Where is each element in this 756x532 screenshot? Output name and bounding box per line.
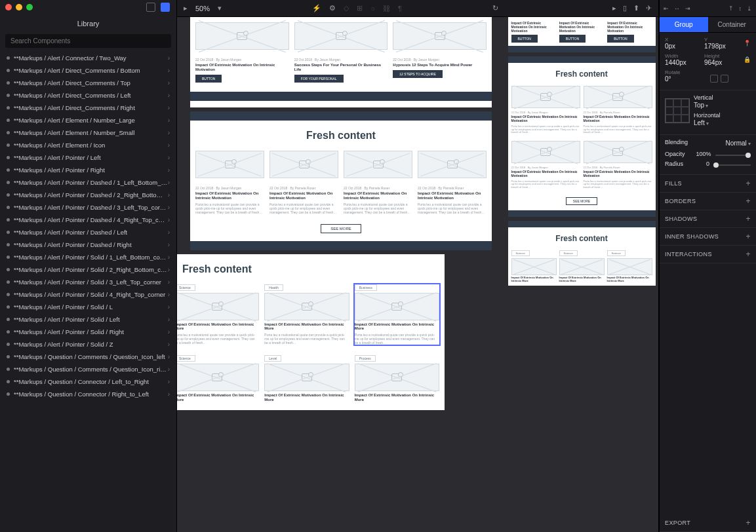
library-item[interactable]: **Markups / Alert / Pointer / Left› (0, 151, 176, 164)
align-center-icon[interactable]: ↔ (674, 5, 680, 12)
library-item[interactable]: **Markups / Alert / Pointer / Dashed / 3… (0, 201, 176, 214)
play-icon[interactable]: ▸ (612, 4, 616, 12)
library-item[interactable]: **Markups / Question / Connector / Left_… (0, 375, 176, 388)
publish-icon[interactable]: ✈ (646, 4, 652, 12)
shadows-section[interactable]: SHADOWS+ (660, 210, 756, 228)
interactions-section[interactable]: INTERACTIONS+ (660, 246, 756, 263)
zoom-dropdown[interactable]: 50% (195, 5, 210, 12)
export-section[interactable]: EXPORT+ (660, 514, 756, 532)
search-input[interactable] (5, 34, 171, 48)
radius-input[interactable]: 0 (687, 161, 709, 167)
mobile-icon[interactable]: ▯ (623, 4, 627, 12)
canvas-viewport[interactable]: 22 Oct 2018 · By Jason Morgan Impact Of … (177, 17, 505, 532)
vertical-dropdown[interactable]: Top (694, 101, 751, 109)
opacity-input[interactable]: 100% (689, 151, 711, 157)
lock-icon[interactable]: 🔒 (744, 56, 751, 63)
library-item[interactable]: **Markups / Alert / Element / Number_Lar… (0, 114, 176, 126)
y-input[interactable]: 1798px (704, 43, 740, 50)
upload-icon[interactable]: ⬆ (633, 4, 639, 12)
align-left-icon[interactable]: ⇤ (664, 5, 669, 12)
library-item[interactable]: **Markups / Alert / Direct_Comments / To… (0, 77, 176, 89)
library-item-label: **Markups / Alert / Pointer / Dashed / 1… (14, 179, 168, 186)
inner-shadows-section[interactable]: INNER SHADOWS+ (660, 228, 756, 246)
align-top-icon[interactable]: ⤒ (728, 5, 734, 12)
library-item[interactable]: **Markups / Alert / Pointer / Solid / 1_… (0, 251, 176, 263)
library-item[interactable]: **Markups / Alert / Pointer / Solid / Z› (0, 338, 176, 351)
library-item[interactable]: **Markups / Alert / Pointer / Dashed / 1… (0, 176, 176, 189)
library-item[interactable]: **Markups / Alert / Pointer / Dashed / R… (0, 238, 176, 251)
add-inner-shadow-icon[interactable]: + (746, 233, 751, 240)
tool-icon-1[interactable]: ◇ (344, 4, 349, 12)
library-item[interactable]: **Markups / Alert / Element / Icon› (0, 139, 176, 151)
align-middle-icon[interactable]: ↕ (739, 5, 742, 12)
pointer-tool-icon[interactable]: ▸ (184, 4, 188, 12)
close-window-icon[interactable] (5, 4, 12, 10)
library-item[interactable]: **Markups / Alert / Pointer / Dashed / L… (0, 226, 176, 238)
selected-card[interactable]: BusinessImpact Of Extrinsic Motivation O… (355, 284, 439, 345)
artboard-fresh-2[interactable]: Fresh content ScienceImpact Of Extrinsic… (177, 254, 445, 411)
radius-slider[interactable] (713, 164, 751, 166)
library-item[interactable]: **Markups / Alert / Direct_Comments / Ri… (0, 102, 176, 114)
card-button[interactable]: FOR YOUR PERSONAL (294, 75, 344, 83)
artboard-top[interactable]: 22 Oct 2018 · By Jason Morgan Impact Of … (190, 17, 492, 107)
artboard-fresh-1[interactable]: Fresh content 22 Oct 2018 · By Jason Mor… (190, 111, 492, 250)
borders-section[interactable]: BORDERS+ (660, 193, 756, 210)
opacity-slider[interactable] (715, 155, 751, 156)
tool-icon-2[interactable]: ⊞ (357, 4, 363, 12)
anchor-grid[interactable] (665, 98, 690, 123)
shape-tool-icon[interactable]: ○ (370, 5, 375, 12)
library-item-label: **Markups / Alert / Direct_Comments / To… (14, 79, 168, 86)
library-item[interactable]: **Markups / Question / Comments / Questi… (0, 363, 176, 375)
see-more-button[interactable]: SEE MORE (321, 224, 361, 233)
horizontal-dropdown[interactable]: Left (694, 119, 751, 127)
library-item[interactable]: **Markups / Question / Connector / Right… (0, 388, 176, 400)
x-input[interactable]: 0px (665, 43, 700, 50)
align-right-icon[interactable]: ⇥ (685, 5, 690, 12)
add-fill-icon[interactable]: + (746, 180, 751, 187)
tab-container[interactable]: Container (708, 17, 757, 32)
library-item[interactable]: **Markups / Alert / Connector / Two_Way› (0, 52, 176, 64)
text-tool-icon[interactable]: ¶ (398, 5, 402, 12)
library-item[interactable]: **Markups / Alert / Pointer / Solid / 4_… (0, 288, 176, 301)
library-item[interactable]: **Markups / Alert / Pointer / Dashed / 2… (0, 189, 176, 201)
link-icon[interactable]: ⛓ (383, 5, 390, 12)
add-shadow-icon[interactable]: + (746, 215, 751, 223)
card-button[interactable]: BUTTON (195, 75, 222, 83)
add-border-icon[interactable]: + (746, 197, 751, 205)
add-export-icon[interactable]: + (746, 519, 751, 527)
library-item[interactable]: **Markups / Alert / Pointer / Solid / L› (0, 301, 176, 313)
maximize-window-icon[interactable] (26, 4, 33, 10)
component-bullet-icon (7, 206, 10, 209)
rotate-input[interactable]: 0° (665, 75, 706, 83)
library-item[interactable]: **Markups / Alert / Pointer / Solid / 2_… (0, 263, 176, 276)
library-item[interactable]: **Markups / Alert / Pointer / Solid / 3_… (0, 276, 176, 288)
library-item[interactable]: **Markups / Question / Comments / Questi… (0, 351, 176, 363)
library-item-label: **Markups / Alert / Element / Icon (14, 142, 168, 149)
card-button[interactable]: 12 STEPS TO ACQUIRE (393, 70, 442, 78)
cloud-icon[interactable] (146, 3, 155, 12)
pin-icon[interactable]: 📍 (744, 40, 751, 47)
library-item[interactable]: **Markups / Alert / Direct_Comments / Bo… (0, 64, 176, 77)
refresh-icon[interactable]: ↻ (492, 4, 498, 12)
library-item[interactable]: **Markups / Alert / Pointer / Solid / Ri… (0, 326, 176, 338)
gear-icon[interactable]: ⚙ (329, 4, 336, 12)
bolt-icon[interactable]: ⚡ (312, 4, 321, 12)
preview-canvas[interactable]: Impact Of Extrinsic Motivation On Intrin… (505, 17, 658, 532)
grid-view-icon[interactable] (161, 3, 170, 12)
library-item[interactable]: **Markups / Alert / Pointer / Solid / Le… (0, 313, 176, 326)
blending-dropdown[interactable]: Normal (726, 139, 751, 147)
add-interaction-icon[interactable]: + (746, 250, 751, 258)
minimize-window-icon[interactable] (16, 4, 22, 10)
tab-group[interactable]: Group (660, 17, 708, 32)
height-input[interactable]: 964px (704, 59, 740, 66)
library-item[interactable]: **Markups / Alert / Pointer / Right› (0, 164, 176, 176)
width-input[interactable]: 1440px (665, 59, 700, 66)
fills-section[interactable]: FILLS+ (660, 175, 756, 193)
flip-h-icon[interactable] (710, 75, 718, 83)
library-item[interactable]: **Markups / Alert / Element / Number_Sma… (0, 126, 176, 139)
align-bottom-icon[interactable]: ⤓ (747, 5, 752, 12)
canvas-area: ▸ 50% ▾ ⚡ ⚙ ◇ ⊞ ○ ⛓ ¶ ↻ (177, 0, 505, 532)
flip-v-icon[interactable] (721, 75, 728, 83)
library-item[interactable]: **Markups / Alert / Pointer / Dashed / 4… (0, 214, 176, 226)
library-item[interactable]: **Markups / Alert / Direct_Comments / Le… (0, 89, 176, 102)
